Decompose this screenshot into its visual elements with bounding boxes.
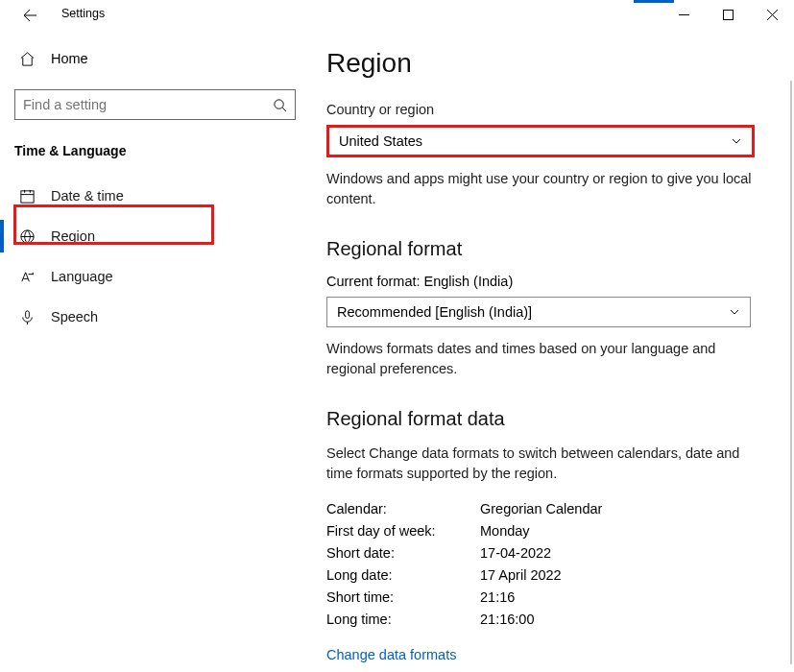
window-title: Settings: [61, 7, 105, 20]
sidebar-item-speech[interactable]: Speech: [0, 297, 307, 337]
data-row: Long time:21:16:00: [326, 612, 775, 627]
country-label: Country or region: [326, 102, 775, 117]
format-select[interactable]: Recommended [English (India)]: [326, 297, 751, 327]
sidebar-item-date-time[interactable]: Date & time: [0, 176, 307, 216]
back-button[interactable]: [22, 8, 37, 23]
search-icon: [273, 98, 287, 112]
home-label: Home: [51, 51, 88, 66]
svg-rect-4: [26, 310, 30, 318]
chevron-down-icon: [729, 306, 740, 318]
data-value: 21:16: [480, 589, 515, 605]
data-key: Calendar:: [326, 501, 480, 516]
minimize-button[interactable]: [662, 0, 706, 29]
data-key: Short time:: [326, 589, 480, 605]
language-icon: [19, 269, 36, 285]
data-row: Short time:21:16: [326, 589, 775, 605]
data-row: Calendar:Gregorian Calendar: [326, 501, 775, 516]
data-row: Long date:17 April 2022: [326, 567, 775, 583]
country-note: Windows and apps might use your country …: [326, 169, 758, 209]
sidebar-item-label: Date & time: [51, 188, 124, 204]
search-box[interactable]: [14, 89, 296, 120]
data-value: Monday: [480, 523, 530, 539]
scrollbar[interactable]: [790, 81, 792, 664]
data-value: Gregorian Calendar: [480, 501, 602, 516]
sidebar-item-label: Region: [51, 228, 95, 244]
microphone-icon: [19, 309, 36, 325]
country-select-value: United States: [339, 133, 422, 149]
data-key: Long time:: [326, 612, 480, 627]
sidebar-item-home[interactable]: Home: [0, 41, 307, 76]
back-arrow-icon: [22, 8, 37, 23]
maximize-button[interactable]: [706, 0, 750, 29]
calendar-clock-icon: [19, 188, 36, 204]
change-data-formats-link[interactable]: Change data formats: [326, 647, 456, 662]
globe-icon: [19, 228, 36, 245]
sidebar-item-label: Speech: [51, 309, 98, 324]
home-icon: [19, 51, 36, 67]
main-panel: Region Country or region United States W…: [307, 31, 794, 672]
data-row: First day of week:Monday: [326, 523, 775, 539]
close-icon: [767, 10, 778, 20]
data-value: 17 April 2022: [480, 567, 562, 583]
svg-rect-2: [21, 190, 34, 202]
maximize-icon: [723, 10, 734, 20]
sidebar-group-title: Time & Language: [0, 120, 307, 176]
format-select-value: Recommended [English (India)]: [337, 304, 532, 320]
sidebar-item-label: Language: [51, 269, 113, 284]
data-key: First day of week:: [326, 523, 480, 539]
data-value: 17-04-2022: [480, 545, 551, 561]
regional-format-data-heading: Regional format data: [326, 408, 775, 430]
data-key: Long date:: [326, 567, 480, 583]
close-button[interactable]: [750, 0, 794, 29]
title-bar: Settings: [0, 0, 794, 31]
sidebar-item-language[interactable]: Language: [0, 256, 307, 297]
data-value: 21:16:00: [480, 612, 534, 627]
country-select[interactable]: United States: [326, 125, 755, 157]
svg-rect-0: [723, 10, 733, 19]
svg-point-1: [275, 99, 283, 108]
search-input[interactable]: [23, 97, 273, 112]
minimize-icon: [679, 10, 689, 20]
page-title: Region: [326, 48, 775, 79]
format-note: Windows formats dates and times based on…: [326, 339, 758, 379]
data-key: Short date:: [326, 545, 480, 561]
chevron-down-icon: [731, 135, 742, 147]
window-controls: [662, 0, 794, 29]
sidebar: Home Time & Language Date & time Region: [0, 31, 307, 672]
regional-format-heading: Regional format: [326, 238, 775, 260]
sidebar-item-region[interactable]: Region: [0, 216, 307, 256]
data-note: Select Change data formats to switch bet…: [326, 444, 758, 484]
data-row: Short date:17-04-2022: [326, 545, 775, 561]
current-format-label: Current format: English (India): [326, 274, 775, 289]
